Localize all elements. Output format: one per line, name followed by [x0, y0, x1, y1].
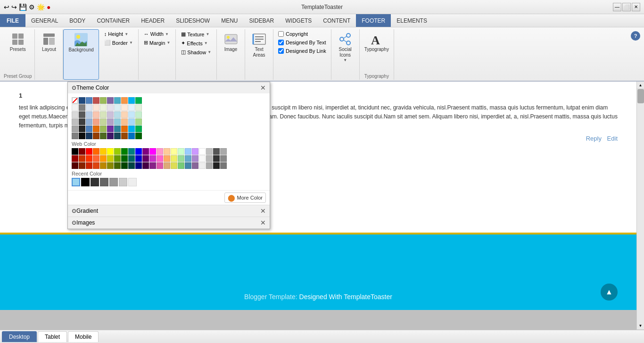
web-color-cell[interactable] [72, 148, 78, 155]
theme-color-cell[interactable] [79, 104, 85, 111]
scroll-down-arrow[interactable]: ▼ [637, 322, 644, 330]
web-color-cell[interactable] [192, 155, 198, 162]
theme-color-cell[interactable] [72, 111, 78, 118]
menu-slideshow[interactable]: SLIDESHOW [170, 14, 215, 27]
theme-color-cell[interactable] [121, 97, 128, 104]
recent-color-cell[interactable] [128, 178, 137, 186]
theme-color-cell[interactable] [93, 111, 99, 118]
web-color-cell[interactable] [213, 155, 220, 162]
web-color-cell[interactable] [79, 155, 85, 162]
designed-text-checkbox-item[interactable]: Designed By Text [276, 39, 328, 46]
theme-color-cell[interactable] [72, 125, 78, 132]
web-color-cell[interactable] [121, 155, 128, 162]
scroll-thumb[interactable] [637, 89, 644, 103]
effects-button[interactable]: ✦ Effects ▼ [179, 39, 210, 47]
theme-color-cell[interactable] [79, 97, 85, 104]
theme-color-cell[interactable] [86, 104, 92, 111]
menu-file[interactable]: FILE [0, 14, 25, 27]
web-color-cell[interactable] [213, 148, 220, 155]
theme-color-cell[interactable] [114, 111, 121, 118]
layout-button[interactable]: Layout [39, 30, 59, 54]
web-color-cell[interactable] [128, 155, 135, 162]
redo-icon[interactable]: ↪ [11, 3, 17, 11]
theme-color-cell[interactable] [93, 118, 99, 125]
images-collapse[interactable]: ✕ [260, 219, 266, 226]
theme-color-cell[interactable] [93, 125, 99, 132]
theme-color-cell[interactable] [128, 133, 135, 139]
presets-button[interactable]: Presets [8, 30, 28, 54]
web-color-cell[interactable] [185, 148, 191, 155]
web-color-cell[interactable] [164, 162, 170, 169]
web-color-cell[interactable] [149, 148, 156, 155]
theme-color-cell[interactable] [100, 133, 107, 139]
theme-color-cell[interactable] [107, 133, 114, 139]
menu-container[interactable]: CONTAINER [91, 14, 135, 27]
theme-color-cell[interactable] [114, 125, 121, 132]
web-color-cell[interactable] [185, 162, 191, 169]
web-color-cell[interactable] [128, 148, 135, 155]
web-color-cell[interactable] [178, 162, 184, 169]
web-color-cell[interactable] [157, 148, 163, 155]
web-color-cell[interactable] [220, 148, 227, 155]
theme-color-cell[interactable] [79, 118, 85, 125]
texture-button[interactable]: ▦ Texture ▼ [179, 30, 212, 38]
window-controls[interactable]: — ⬜ ✕ [613, 3, 640, 11]
web-color-cell[interactable] [149, 155, 156, 162]
tab-tablet[interactable]: Tablet [38, 331, 67, 342]
web-color-cell[interactable] [114, 162, 121, 169]
web-color-cell[interactable] [157, 155, 163, 162]
theme-color-cell[interactable] [114, 104, 121, 111]
web-color-cell[interactable] [79, 162, 85, 169]
web-color-cell[interactable] [121, 162, 128, 169]
tab-mobile[interactable]: Mobile [68, 331, 99, 342]
theme-color-cell[interactable] [79, 111, 85, 118]
web-color-cell[interactable] [142, 148, 149, 155]
theme-color-cell[interactable] [121, 111, 128, 118]
web-color-cell[interactable] [220, 155, 227, 162]
theme-color-cell[interactable] [93, 133, 99, 139]
images-header[interactable]: ⊙ Images ✕ [68, 217, 270, 228]
recent-color-cell[interactable] [81, 178, 90, 186]
circle-red-icon[interactable]: ● [47, 3, 50, 11]
web-color-cell[interactable] [199, 155, 206, 162]
recent-color-cell[interactable] [100, 178, 108, 186]
theme-color-cell[interactable] [128, 125, 135, 132]
text-areas-button[interactable]: TextAreas [249, 30, 270, 59]
theme-color-cell[interactable] [86, 133, 92, 139]
web-color-cell[interactable] [93, 162, 99, 169]
image-button[interactable]: Image [221, 30, 241, 54]
scroll-up-arrow[interactable]: ▲ [637, 82, 644, 89]
menu-content[interactable]: CONTENT [317, 14, 356, 27]
help-button[interactable]: ? [631, 31, 640, 41]
theme-color-cell[interactable] [79, 133, 85, 139]
theme-color-cell[interactable] [93, 97, 99, 104]
theme-color-cell[interactable] [121, 125, 128, 132]
web-color-cell[interactable] [72, 162, 78, 169]
web-color-cell[interactable] [164, 148, 170, 155]
web-color-cell[interactable] [107, 148, 114, 155]
gradient-collapse[interactable]: ✕ [260, 207, 266, 215]
web-color-cell[interactable] [149, 162, 156, 169]
designed-link-checkbox[interactable] [278, 48, 284, 54]
theme-color-cell[interactable] [100, 104, 107, 111]
web-color-cell[interactable] [86, 155, 92, 162]
web-color-cell[interactable] [142, 162, 149, 169]
web-color-cell[interactable] [86, 162, 92, 169]
height-button[interactable]: ↕ Height ▼ [102, 30, 131, 38]
web-color-cell[interactable] [100, 162, 107, 169]
menu-elements[interactable]: ELEMENTS [391, 14, 433, 27]
recent-color-cell[interactable] [109, 178, 118, 186]
menu-header[interactable]: HEADER [135, 14, 170, 27]
menu-menu[interactable]: MENU [215, 14, 243, 27]
theme-color-cell[interactable] [121, 104, 128, 111]
web-color-cell[interactable] [107, 155, 114, 162]
theme-color-cell[interactable] [72, 97, 78, 104]
theme-color-cell[interactable] [128, 104, 135, 111]
web-color-cell[interactable] [164, 155, 170, 162]
web-color-cell[interactable] [213, 162, 220, 169]
theme-color-cell[interactable] [128, 111, 135, 118]
theme-color-cell[interactable] [100, 118, 107, 125]
theme-color-cell[interactable] [72, 133, 78, 139]
web-color-cell[interactable] [178, 148, 184, 155]
web-color-cell[interactable] [171, 162, 177, 169]
